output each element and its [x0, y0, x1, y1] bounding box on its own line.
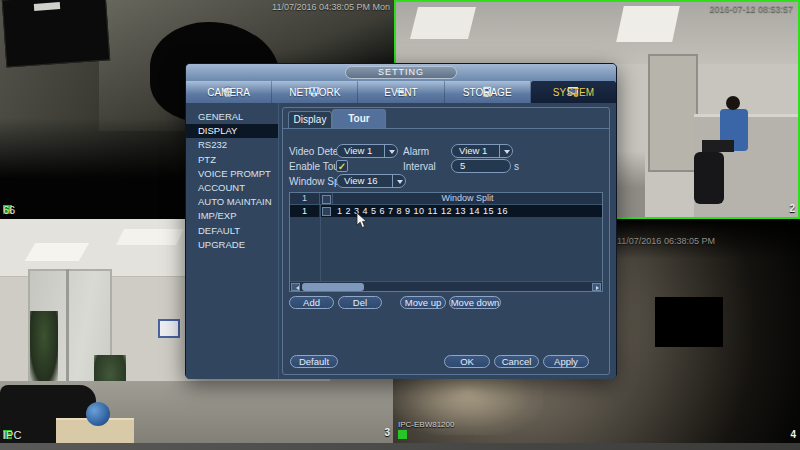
tab-label: EVENT: [384, 87, 417, 98]
camera3-channel-number: 3: [384, 427, 390, 438]
setting-dialog: SETTING CAMERA NETWORK EVENT STORAGE SYS…: [185, 63, 617, 379]
monitor-silhouette: [2, 0, 110, 68]
scroll-left-arrow-icon[interactable]: [291, 283, 300, 291]
display-settings-panel: Display Tour Video Detect View 1 Alarm V…: [282, 107, 610, 375]
tab-label: STORAGE: [463, 87, 512, 98]
scrollbar-thumb[interactable]: [302, 283, 364, 291]
dialog-body: GENERAL DISPLAY RS232 PTZ VOICE PROMPT A…: [186, 103, 616, 379]
status-indicator-icon: [398, 430, 407, 439]
camera4-name: IPC-EBW81200: [398, 420, 454, 429]
sidebar-item-imp-exp[interactable]: IMP/EXP: [186, 209, 278, 223]
window-split-column-header: Window Split: [333, 193, 602, 204]
tab-label: CAMERA: [207, 87, 250, 98]
tab-event[interactable]: EVENT: [358, 81, 444, 103]
person-head: [726, 96, 740, 110]
table-row-selected[interactable]: 1 1 2 3 4 5 6 7 8 9 10 11 12 13 14 15 16: [290, 205, 602, 217]
alarm-value: View 1: [459, 145, 487, 156]
mouse-cursor: [356, 212, 368, 229]
chevron-down-icon[interactable]: [384, 145, 397, 157]
tab-network[interactable]: NETWORK: [272, 81, 358, 103]
row-window-split-value: 1 2 3 4 5 6 7 8 9 10 11 12 13 14 15 16: [333, 205, 602, 217]
chair-silhouette: [694, 152, 724, 204]
ok-button[interactable]: OK: [444, 355, 490, 368]
tab-storage[interactable]: STORAGE: [445, 81, 531, 103]
chevron-down-icon[interactable]: [499, 145, 512, 157]
potted-plant: [30, 311, 58, 383]
horizontal-scrollbar[interactable]: [290, 281, 602, 291]
camera4-label: IPC-EBW81200: [398, 420, 454, 439]
camera2-timestamp: 2016-07-12 08:53:57: [709, 4, 793, 14]
ceiling-light: [116, 229, 184, 245]
camera1-name: 66: [3, 204, 15, 216]
camera3-name: IPC: [3, 429, 21, 441]
subtab-display[interactable]: Display: [288, 111, 332, 128]
office-door: [648, 54, 698, 172]
subtab-divider: [283, 128, 609, 129]
move-down-button[interactable]: Move down: [449, 296, 501, 309]
sidebar-item-rs232[interactable]: RS232: [186, 138, 278, 152]
index-column-header: 1: [290, 193, 320, 204]
scroll-right-arrow-icon[interactable]: [592, 283, 601, 291]
sidebar-list: GENERAL DISPLAY RS232 PTZ VOICE PROMPT A…: [186, 110, 278, 252]
system-sidebar: GENERAL DISPLAY RS232 PTZ VOICE PROMPT A…: [186, 103, 279, 379]
chevron-down-icon[interactable]: [392, 175, 405, 187]
interval-input[interactable]: 5: [451, 159, 511, 173]
enable-tour-checkbox[interactable]: ✓: [336, 160, 348, 172]
sidebar-item-auto-maintain[interactable]: AUTO MAINTAIN: [186, 195, 278, 209]
window-split-dropdown[interactable]: View 16: [336, 174, 406, 188]
sidebar-item-default[interactable]: DEFAULT: [186, 224, 278, 238]
cancel-button[interactable]: Cancel: [494, 355, 539, 368]
nvr-live-view-screen: 11/07/2016 04:38:05 PM Mon 66 2016-07-12…: [0, 0, 800, 450]
dialog-titlebar[interactable]: SETTING: [186, 64, 616, 81]
tab-label: SYSTEM: [553, 87, 594, 98]
row-checkbox[interactable]: [320, 205, 333, 217]
camera3-label: IPC: [3, 430, 12, 439]
camera4-channel-number: 4: [790, 429, 796, 440]
apply-button[interactable]: Apply: [543, 355, 589, 368]
screen-bottom-strip: [0, 443, 800, 450]
default-button[interactable]: Default: [290, 355, 338, 368]
add-button[interactable]: Add: [289, 296, 334, 309]
interval-label: Interval: [403, 161, 436, 172]
camera2-channel-number: 2: [789, 203, 795, 214]
del-button[interactable]: Del: [338, 296, 382, 309]
ceiling-light: [616, 6, 680, 42]
window-split-value: View 16: [344, 175, 378, 186]
sidebar-item-voice-prompt[interactable]: VOICE PROMPT: [186, 167, 278, 181]
alarm-dropdown[interactable]: View 1: [451, 144, 513, 158]
alarm-label: Alarm: [403, 146, 429, 157]
wall-poster: [158, 319, 180, 338]
sidebar-item-upgrade[interactable]: UPGRADE: [186, 238, 278, 252]
laptop-silhouette: [702, 140, 734, 152]
check-icon: ✓: [338, 161, 346, 172]
sidebar-item-ptz[interactable]: PTZ: [186, 153, 278, 167]
sidebar-item-account[interactable]: ACCOUNT: [186, 181, 278, 195]
globe: [86, 402, 110, 426]
ceiling-light: [410, 7, 476, 39]
video-detect-dropdown[interactable]: View 1: [336, 144, 398, 158]
dialog-title: SETTING: [345, 66, 457, 79]
tab-camera[interactable]: CAMERA: [186, 81, 272, 103]
table-grid-line: [320, 205, 321, 283]
main-tabbar: CAMERA NETWORK EVENT STORAGE SYSTEM: [186, 81, 616, 103]
camera1-label: 66: [3, 205, 12, 214]
privacy-mask-box: [655, 297, 723, 347]
enable-tour-label: Enable Tour: [289, 161, 342, 172]
tour-table: 1 Window Split 1 1 2 3 4 5 6 7 8 9 10 11…: [289, 192, 603, 292]
camera1-timestamp: 11/07/2016 04:38:05 PM Mon: [272, 2, 390, 12]
tab-label: NETWORK: [289, 87, 340, 98]
interval-unit: s: [514, 161, 519, 172]
tab-system-active[interactable]: SYSTEM: [531, 81, 616, 103]
video-detect-value: View 1: [344, 145, 372, 156]
table-header: 1 Window Split: [290, 193, 602, 205]
sidebar-item-display-selected[interactable]: DISPLAY: [186, 124, 278, 138]
checkbox-column-header[interactable]: [320, 193, 333, 204]
subtab-tour-active[interactable]: Tour: [332, 109, 386, 128]
camera4-timestamp: 11/07/2016 06:38:05 PM: [617, 236, 715, 246]
sidebar-item-general[interactable]: GENERAL: [186, 110, 278, 124]
move-up-button[interactable]: Move up: [400, 296, 446, 309]
ceiling-light: [25, 243, 89, 261]
row-index: 1: [290, 205, 320, 217]
